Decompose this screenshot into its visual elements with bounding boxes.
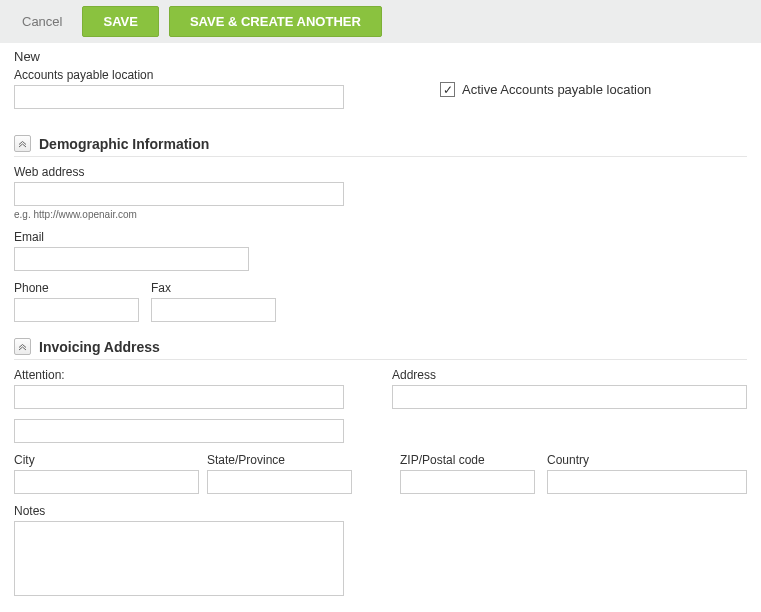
toolbar: Cancel SAVE SAVE & CREATE ANOTHER xyxy=(0,0,761,43)
city-input[interactable] xyxy=(14,470,199,494)
address-label: Address xyxy=(392,368,747,382)
email-group: Email xyxy=(14,230,747,271)
active-checkbox-row: ✓ Active Accounts payable location xyxy=(440,82,651,97)
phone-input[interactable] xyxy=(14,298,139,322)
zip-group: ZIP/Postal code xyxy=(400,453,535,494)
fax-group: Fax xyxy=(151,281,276,322)
attention-input[interactable] xyxy=(14,385,344,409)
zip-label: ZIP/Postal code xyxy=(400,453,535,467)
collapse-icon[interactable] xyxy=(14,135,31,152)
fax-input[interactable] xyxy=(151,298,276,322)
city-label: City xyxy=(14,453,199,467)
notes-textarea[interactable] xyxy=(14,521,344,596)
save-create-another-button[interactable]: SAVE & CREATE ANOTHER xyxy=(169,6,382,37)
accounts-payable-location-label: Accounts payable location xyxy=(14,68,344,82)
accounts-payable-location-input[interactable] xyxy=(14,85,344,109)
email-input[interactable] xyxy=(14,247,249,271)
notes-label: Notes xyxy=(14,504,747,518)
web-address-group: Web address e.g. http://www.openair.com xyxy=(14,165,747,220)
phone-label: Phone xyxy=(14,281,139,295)
demographic-section-header: Demographic Information xyxy=(14,135,747,157)
state-input[interactable] xyxy=(207,470,352,494)
cancel-button[interactable]: Cancel xyxy=(12,7,72,36)
demographic-section-title: Demographic Information xyxy=(39,136,209,152)
accounts-payable-location-group: Accounts payable location xyxy=(14,68,344,109)
country-input[interactable] xyxy=(547,470,747,494)
collapse-icon[interactable] xyxy=(14,338,31,355)
web-address-label: Web address xyxy=(14,165,747,179)
web-address-hint: e.g. http://www.openair.com xyxy=(14,209,747,220)
notes-group: Notes xyxy=(14,504,747,596)
country-label: Country xyxy=(547,453,747,467)
active-checkbox[interactable]: ✓ xyxy=(440,82,455,97)
address-input[interactable] xyxy=(392,385,747,409)
active-checkbox-label: Active Accounts payable location xyxy=(462,82,651,97)
city-group: City xyxy=(14,453,199,494)
email-label: Email xyxy=(14,230,747,244)
attention-label: Attention: xyxy=(14,368,344,382)
web-address-input[interactable] xyxy=(14,182,344,206)
phone-group: Phone xyxy=(14,281,139,322)
fax-label: Fax xyxy=(151,281,276,295)
state-group: State/Province xyxy=(207,453,352,494)
attention2-input[interactable] xyxy=(14,419,344,443)
save-button[interactable]: SAVE xyxy=(82,6,158,37)
form-content: New Accounts payable location ✓ Active A… xyxy=(0,43,761,612)
state-label: State/Province xyxy=(207,453,352,467)
address-group: Address xyxy=(392,368,747,409)
invoicing-section-title: Invoicing Address xyxy=(39,339,160,355)
zip-input[interactable] xyxy=(400,470,535,494)
page-title: New xyxy=(14,49,747,64)
attention-group: Attention: xyxy=(14,368,344,409)
country-group: Country xyxy=(547,453,747,494)
invoicing-section-header: Invoicing Address xyxy=(14,338,747,360)
